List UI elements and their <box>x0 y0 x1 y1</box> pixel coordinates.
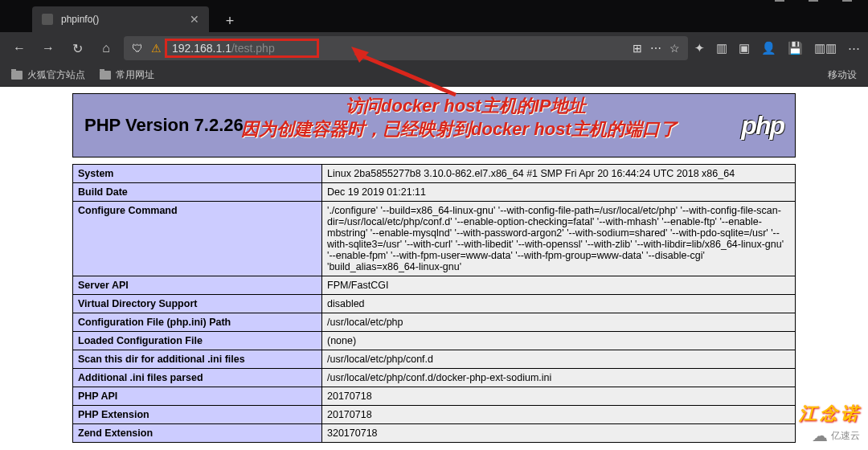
forward-button[interactable]: → <box>37 37 59 59</box>
screenshot-icon[interactable]: ▥▥ <box>814 41 837 55</box>
info-value: 320170718 <box>322 424 796 443</box>
window-titlebar <box>0 0 868 6</box>
tab-title: phpinfo() <box>61 14 99 25</box>
info-key: Virtual Directory Support <box>73 295 322 313</box>
info-value: 20170718 <box>322 387 796 406</box>
table-row: PHP API20170718 <box>73 387 796 406</box>
back-button[interactable]: ← <box>8 37 31 59</box>
table-row: Configuration File (php.ini) Path/usr/lo… <box>73 313 796 332</box>
info-value: /usr/local/etc/php/conf.d/docker-php-ext… <box>322 369 796 387</box>
url-path: /test.php <box>231 42 275 55</box>
info-key: PHP API <box>73 387 322 406</box>
info-key: PHP Extension <box>73 406 322 424</box>
table-row: Zend Extension320170718 <box>73 424 796 443</box>
url-host: 192.168.1.1 <box>172 42 231 55</box>
author-watermark: 江念诺 <box>799 402 862 426</box>
insecure-icon[interactable]: ⚠ <box>151 42 162 55</box>
info-key: Loaded Configuration File <box>73 332 322 350</box>
phpinfo-header: PHP Version 7.2.26 php <box>72 93 796 158</box>
info-value: /usr/local/etc/php/conf.d <box>322 350 796 369</box>
qr-icon[interactable]: ⊞ <box>633 42 642 55</box>
info-value: /usr/local/etc/php <box>322 313 796 332</box>
provider-badge: ☁ 亿速云 <box>812 426 860 445</box>
bookmark-star-icon[interactable]: ☆ <box>669 42 680 55</box>
table-row: Scan this dir for additional .ini files/… <box>73 350 796 369</box>
table-row: SystemLinux 2ba5855277b8 3.10.0-862.el7.… <box>73 165 796 183</box>
table-row: Virtual Directory Supportdisabled <box>73 295 796 313</box>
page-actions-icon[interactable]: ⋯ <box>650 42 661 55</box>
new-tab-button[interactable]: + <box>219 10 241 32</box>
url-bar[interactable]: 🛡 ⚠ 192.168.1.1/test.php ⊞ ⋯ ☆ <box>124 36 688 60</box>
info-key: Server API <box>73 276 322 295</box>
close-window-button[interactable] <box>842 0 852 2</box>
tab-close-icon[interactable]: ✕ <box>190 13 199 26</box>
info-key: Scan this dir for additional .ini files <box>73 350 322 369</box>
info-value: Linux 2ba5855277b8 3.10.0-862.el7.x86_64… <box>322 165 796 183</box>
sidebar-icon[interactable]: ▣ <box>739 41 750 55</box>
addons-icon[interactable]: ✦ <box>694 41 705 55</box>
library-icon[interactable]: ▥ <box>716 41 727 55</box>
table-row: PHP Extension20170718 <box>73 406 796 424</box>
tab-favicon <box>42 14 53 25</box>
info-value: FPM/FastCGI <box>322 276 796 295</box>
reload-button[interactable]: ↻ <box>66 37 88 59</box>
info-key: Zend Extension <box>73 424 322 443</box>
phpinfo-table: SystemLinux 2ba5855277b8 3.10.0-862.el7.… <box>72 164 796 443</box>
info-value: 20170718 <box>322 406 796 424</box>
info-key: Configure Command <box>73 202 322 276</box>
info-value: disabled <box>322 295 796 313</box>
tab-strip: phpinfo() ✕ + <box>0 6 868 32</box>
info-key: System <box>73 165 322 183</box>
bookmark-label: 火狐官方站点 <box>27 68 85 82</box>
info-key: Configuration File (php.ini) Path <box>73 313 322 332</box>
info-key: Additional .ini files parsed <box>73 369 322 387</box>
table-row: Configure Command'./configure' '--build=… <box>73 202 796 276</box>
home-button[interactable]: ⌂ <box>95 37 117 59</box>
info-key: Build Date <box>73 183 322 202</box>
bookmarks-bar: 火狐官方站点 常用网址 移动设 <box>0 64 868 87</box>
table-row: Additional .ini files parsed/usr/local/e… <box>73 369 796 387</box>
account-icon[interactable]: 👤 <box>761 41 776 55</box>
cloud-icon: ☁ <box>812 426 828 445</box>
info-value: './configure' '--build=x86_64-linux-gnu'… <box>322 202 796 276</box>
navigation-bar: ← → ↻ ⌂ 🛡 ⚠ 192.168.1.1/test.php ⊞ ⋯ ☆ ✦… <box>0 32 868 64</box>
maximize-button[interactable] <box>809 0 818 2</box>
php-version-title: PHP Version 7.2.26 <box>84 115 244 136</box>
minimize-button[interactable] <box>775 0 784 2</box>
bookmark-label: 常用网址 <box>116 68 154 82</box>
folder-icon <box>100 71 111 80</box>
table-row: Loaded Configuration File(none) <box>73 332 796 350</box>
table-row: Server APIFPM/FastCGI <box>73 276 796 295</box>
provider-name: 亿速云 <box>831 429 860 443</box>
toolbar-right: ✦ ▥ ▣ 👤 💾 ▥▥ ⋯ <box>694 41 860 55</box>
bookmark-common-sites[interactable]: 常用网址 <box>100 68 154 82</box>
tab-active[interactable]: phpinfo() ✕ <box>32 6 209 32</box>
page-content: PHP Version 7.2.26 php 访问docker host主机的I… <box>0 87 868 450</box>
mobile-bookmarks[interactable]: 移动设 <box>828 68 857 82</box>
info-value: (none) <box>322 332 796 350</box>
php-logo: php <box>741 111 784 141</box>
shield-icon[interactable]: 🛡 <box>132 42 143 55</box>
bookmark-firefox-official[interactable]: 火狐官方站点 <box>11 68 85 82</box>
info-value: Dec 19 2019 01:21:11 <box>322 183 796 202</box>
table-row: Build DateDec 19 2019 01:21:11 <box>73 183 796 202</box>
folder-icon <box>11 71 23 80</box>
menu-icon[interactable]: ⋯ <box>848 41 860 55</box>
url-text-highlighted: 192.168.1.1/test.php <box>165 39 319 58</box>
save-icon[interactable]: 💾 <box>788 41 803 55</box>
